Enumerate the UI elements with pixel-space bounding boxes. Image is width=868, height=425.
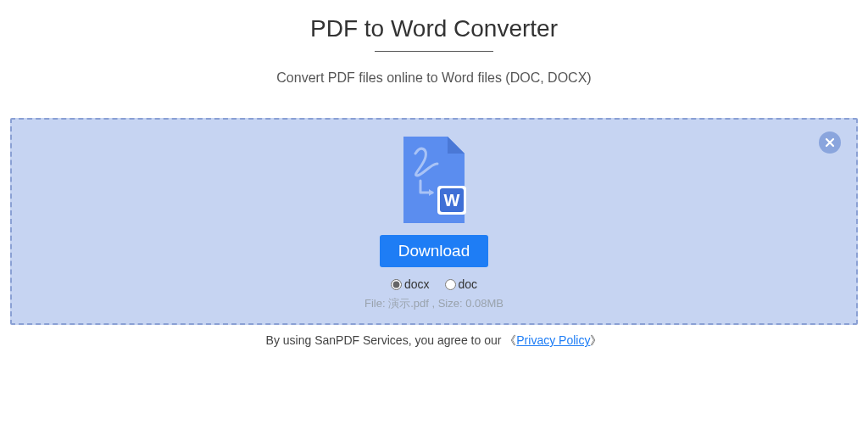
pdf-to-word-icon: W bbox=[398, 133, 470, 226]
main-container: W Download docx doc File: 演示.pdf , Size:… bbox=[10, 118, 858, 349]
svg-text:W: W bbox=[444, 191, 460, 210]
radio-doc-input[interactable] bbox=[445, 279, 456, 290]
radio-docx[interactable]: docx bbox=[391, 277, 430, 291]
page-header: PDF to Word Converter Convert PDF files … bbox=[0, 0, 868, 86]
title-divider bbox=[375, 51, 493, 52]
file-info-text: File: 演示.pdf , Size: 0.08MB bbox=[12, 296, 856, 311]
bracket-close: 》 bbox=[590, 333, 602, 347]
bracket-open: 《 bbox=[504, 333, 516, 347]
radio-doc-label: doc bbox=[459, 277, 478, 291]
close-button[interactable] bbox=[819, 131, 841, 154]
radio-docx-input[interactable] bbox=[391, 279, 402, 290]
privacy-policy-link[interactable]: Privacy Policy bbox=[516, 333, 590, 347]
page-title: PDF to Word Converter bbox=[0, 15, 868, 42]
download-button[interactable]: Download bbox=[380, 235, 489, 267]
footer-text: By using SanPDF Services, you agree to o… bbox=[10, 333, 858, 349]
radio-docx-label: docx bbox=[404, 277, 430, 291]
dropzone-panel: W Download docx doc File: 演示.pdf , Size:… bbox=[10, 118, 858, 325]
page-subtitle: Convert PDF files online to Word files (… bbox=[0, 70, 868, 86]
radio-doc[interactable]: doc bbox=[445, 277, 478, 291]
footer-prefix: By using SanPDF Services, you agree to o… bbox=[266, 333, 505, 347]
format-radio-group: docx doc bbox=[12, 277, 856, 291]
close-icon bbox=[825, 137, 835, 148]
